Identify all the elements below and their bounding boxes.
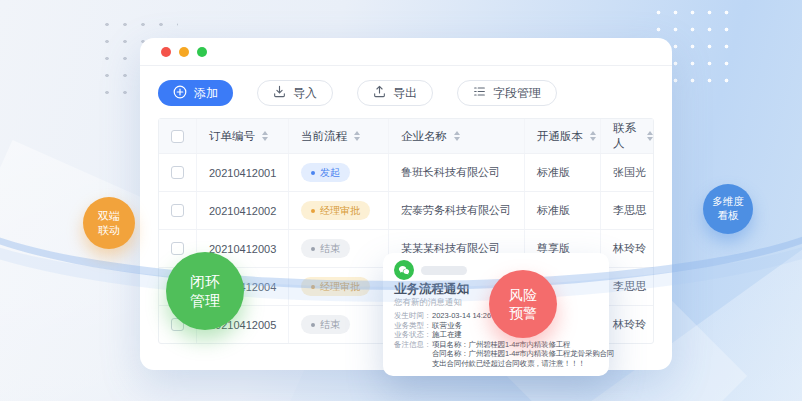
status-badge: 发起 bbox=[301, 163, 350, 182]
plus-circle-icon bbox=[173, 85, 187, 102]
field-manage-button[interactable]: 字段管理 bbox=[457, 80, 557, 106]
table-row[interactable]: 20210412002 经理审批 宏泰劳务科技有限公司 标准版 李思思 bbox=[159, 191, 653, 229]
company-cell: 鲁班长科技有限公司 bbox=[389, 154, 525, 191]
toolbar: 添加 导入 导出 字段管理 bbox=[140, 66, 672, 118]
status-dot-icon bbox=[311, 171, 315, 175]
export-button-label: 导出 bbox=[393, 85, 417, 102]
notification-field: 业务状态： 施工在建 bbox=[394, 330, 598, 340]
traffic-light-red-icon[interactable] bbox=[161, 47, 171, 57]
add-button[interactable]: 添加 bbox=[158, 80, 233, 106]
table-header-company[interactable]: 企业名称 bbox=[389, 119, 525, 153]
sort-icon[interactable] bbox=[262, 131, 268, 141]
status-dot-icon bbox=[311, 323, 315, 327]
table-header-version[interactable]: 开通版本 bbox=[525, 119, 601, 153]
order-no-cell: 20210412002 bbox=[197, 192, 289, 229]
table-header-contact[interactable]: 联系人 bbox=[601, 119, 653, 153]
traffic-light-yellow-icon[interactable] bbox=[179, 47, 189, 57]
select-all-checkbox[interactable] bbox=[171, 130, 184, 143]
contact-cell: 张国光 bbox=[601, 154, 653, 191]
add-button-label: 添加 bbox=[194, 85, 218, 102]
order-no-cell: 20210412001 bbox=[197, 154, 289, 191]
export-icon bbox=[373, 85, 386, 101]
sender-placeholder bbox=[421, 266, 467, 275]
list-icon bbox=[473, 85, 486, 101]
version-cell: 标准版 bbox=[525, 192, 601, 229]
status-badge: 结束 bbox=[301, 315, 350, 334]
sort-icon[interactable] bbox=[590, 131, 596, 141]
import-icon bbox=[273, 85, 286, 101]
table-header-order-no[interactable]: 订单编号 bbox=[197, 119, 289, 153]
company-cell: 宏泰劳务科技有限公司 bbox=[389, 192, 525, 229]
window-titlebar bbox=[140, 38, 672, 66]
sort-icon[interactable] bbox=[647, 131, 653, 141]
import-button-label: 导入 bbox=[293, 85, 317, 102]
status-dot-icon bbox=[311, 247, 315, 251]
import-button[interactable]: 导入 bbox=[257, 80, 333, 106]
table-header-status[interactable]: 当前流程 bbox=[289, 119, 389, 153]
feature-badge-closed-loop: 闭环 管理 bbox=[166, 252, 244, 330]
notification-remark: 备注信息： 项目名称：广州碧桂园1-4#市内精装修工程 合同名称：广州碧桂园1-… bbox=[394, 340, 598, 369]
wechat-icon bbox=[394, 260, 414, 280]
notification-header bbox=[394, 258, 598, 282]
table-header-row: 订单编号 当前流程 企业名称 开通版本 联系人 bbox=[159, 119, 653, 153]
status-dot-icon bbox=[311, 209, 315, 213]
status-badge: 经理审批 bbox=[301, 201, 370, 220]
feature-badge-risk-alert: 风险 预警 bbox=[489, 270, 557, 338]
table-row[interactable]: 20210412001 发起 鲁班长科技有限公司 标准版 张国光 bbox=[159, 153, 653, 191]
status-badge: 结束 bbox=[301, 239, 350, 258]
row-checkbox[interactable] bbox=[171, 204, 184, 217]
sort-icon[interactable] bbox=[354, 131, 360, 141]
export-button[interactable]: 导出 bbox=[357, 80, 433, 106]
sort-icon[interactable] bbox=[454, 131, 460, 141]
row-checkbox[interactable] bbox=[171, 166, 184, 179]
contact-cell: 李思思 bbox=[601, 192, 653, 229]
status-dot-icon bbox=[311, 285, 315, 289]
feature-badge-dual-link: 双端 联动 bbox=[83, 197, 135, 249]
version-cell: 标准版 bbox=[525, 154, 601, 191]
hero-banner: 添加 导入 导出 字段管理 订单编号 当前流程 企业名称 开通版本 bbox=[0, 0, 802, 401]
field-manage-button-label: 字段管理 bbox=[493, 85, 541, 102]
status-badge: 经理审批 bbox=[301, 277, 370, 296]
feature-badge-dashboard: 多维度 看板 bbox=[703, 184, 753, 234]
row-checkbox[interactable] bbox=[171, 242, 184, 255]
traffic-light-green-icon[interactable] bbox=[197, 47, 207, 57]
